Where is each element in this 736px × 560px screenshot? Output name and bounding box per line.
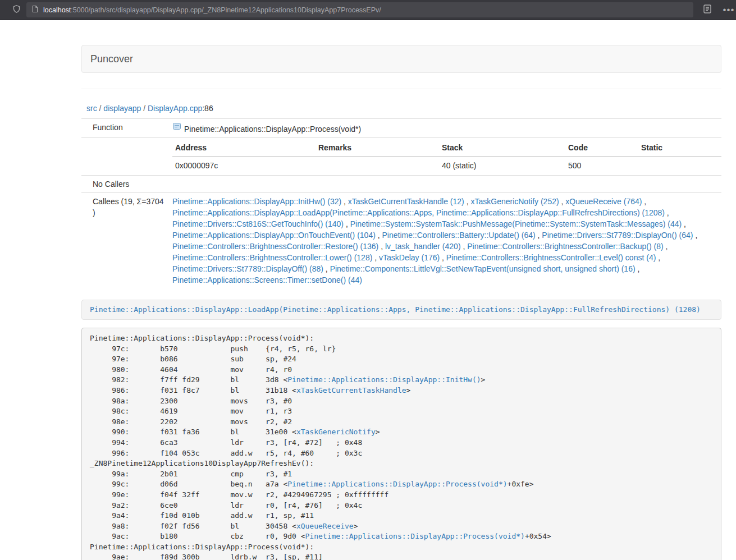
function-detail-table: Function Pinetime::Applications::Display… [81, 118, 721, 288]
stats-value-row: 0x0000097c 40 (static) 500 [172, 157, 721, 174]
stats-header-remarks: Remarks [316, 139, 439, 157]
callee-link[interactable]: Pinetime::Drivers::St7789::DisplayOff() … [172, 264, 323, 273]
stats-header-stack: Stack [439, 139, 565, 157]
disassembly: Pinetime::Applications::DisplayApp::Proc… [81, 328, 721, 560]
shield-icon [12, 4, 21, 15]
callee-link[interactable]: Pinetime::Controllers::BrightnessControl… [446, 253, 656, 262]
selected-symbol-box: Pinetime::Applications::DisplayApp::Load… [81, 300, 721, 320]
stats-header-static: Static [638, 139, 721, 157]
browser-menu-button[interactable]: ••• [720, 2, 736, 18]
stats-header-code: Code [565, 139, 638, 157]
reader-mode-icon [703, 4, 711, 15]
code-symbol-link[interactable]: xTaskGetCurrentTaskHandle [296, 386, 406, 394]
callee-link[interactable]: xTaskGetCurrentTaskHandle (12) [348, 197, 464, 206]
breadcrumb-file-link[interactable]: DisplayApp.cpp [148, 104, 202, 113]
row-label-empty [81, 138, 167, 176]
callee-link[interactable]: lv_task_handler (420) [385, 242, 461, 251]
stats-header-address: Address [172, 139, 316, 157]
url-host: localhost [43, 6, 71, 14]
meatball-menu-icon: ••• [723, 7, 735, 13]
stats-value-address: 0x0000097c [172, 157, 316, 174]
stats-value-stack: 40 (static) [439, 157, 565, 174]
navbar: Puncover [81, 45, 721, 73]
brand-link[interactable]: Puncover [82, 53, 141, 65]
breadcrumb: src / displayapp / DisplayApp.cpp:86 [81, 89, 721, 118]
stats-cell: Address Remarks Stack Code Static 0x0000… [167, 138, 721, 176]
code-symbol-link[interactable]: Pinetime::Applications::DisplayApp::Proc… [305, 532, 525, 540]
stats-header-row: Address Remarks Stack Code Static [172, 139, 721, 157]
callee-link[interactable]: Pinetime::Drivers::St7789::DisplayOn() (… [542, 231, 693, 240]
callee-link[interactable]: Pinetime::System::SystemTask::PushMessag… [350, 219, 682, 228]
code-symbol-link[interactable]: Pinetime::Applications::DisplayApp::Init… [287, 375, 481, 384]
row-label-function: Function [81, 119, 167, 138]
code-symbol-link[interactable]: xQueueReceive [296, 522, 354, 530]
table-row-stats: Address Remarks Stack Code Static 0x0000… [81, 138, 721, 176]
stats-value-remarks [316, 157, 439, 174]
url-path: :5000/path/src/displayapp/DisplayApp.cpp… [71, 6, 381, 14]
browser-chrome: localhost:5000/path/src/displayapp/Displ… [0, 0, 736, 20]
table-row-no-callers: No Callers [81, 176, 721, 193]
stats-value-static [638, 157, 721, 174]
table-row-callees: Callees (19, Σ=3704 ) Pinetime::Applicat… [81, 193, 721, 289]
callee-link[interactable]: Pinetime::Controllers::Battery::Update()… [382, 231, 536, 240]
callee-link[interactable]: Pinetime::Components::LittleVgl::SetNewT… [330, 264, 636, 273]
breadcrumb-separator: / [99, 104, 102, 113]
page-info-icon[interactable] [32, 5, 38, 15]
stats-table: Address Remarks Stack Code Static 0x0000… [172, 139, 721, 174]
breadcrumb-line-number: :86 [202, 104, 213, 113]
callee-link[interactable]: Pinetime::Controllers::BrightnessControl… [467, 242, 663, 251]
callee-link[interactable]: xTaskGenericNotify (252) [470, 197, 559, 206]
breadcrumb-separator: / [143, 104, 145, 113]
breadcrumb-src-link[interactable]: src [86, 104, 97, 113]
callee-link[interactable]: Pinetime::Controllers::BrightnessControl… [172, 253, 372, 262]
breadcrumb-displayapp-link[interactable]: displayapp [103, 104, 141, 113]
tracking-shield-button[interactable] [8, 2, 25, 18]
code-symbol-link[interactable]: Pinetime::Applications::DisplayApp::Proc… [287, 480, 507, 488]
callee-link[interactable]: Pinetime::Controllers::BrightnessControl… [172, 242, 378, 251]
callee-link[interactable]: Pinetime::Drivers::Cst816S::GetTouchInfo… [172, 219, 344, 228]
page-content: Puncover src / displayapp / DisplayApp.c… [81, 20, 721, 560]
address-bar[interactable]: localhost:5000/path/src/displayapp/Displ… [26, 2, 693, 17]
code-symbol-link[interactable]: xTaskGenericNotify [296, 428, 376, 436]
callee-link[interactable]: vTaskDelay (176) [379, 253, 440, 262]
callee-link[interactable]: Pinetime::Applications::Screens::Timer::… [172, 276, 362, 284]
selected-symbol-link[interactable]: Pinetime::Applications::DisplayApp::Load… [90, 305, 701, 314]
callee-link[interactable]: Pinetime::Applications::DisplayApp::OnTo… [172, 231, 376, 240]
callee-link[interactable]: Pinetime::Applications::DisplayApp::Load… [172, 208, 665, 217]
no-callers-cell [167, 176, 721, 193]
function-name: Pinetime::Applications::DisplayApp::Proc… [184, 125, 361, 134]
callee-link[interactable]: xQueueReceive (764) [565, 197, 642, 206]
callees-list: Pinetime::Applications::DisplayApp::Init… [167, 193, 721, 289]
callee-link[interactable]: Pinetime::Applications::DisplayApp::Init… [172, 197, 341, 206]
row-label-no-callers: No Callers [81, 176, 167, 193]
stats-value-code: 500 [565, 157, 638, 174]
function-name-cell: Pinetime::Applications::DisplayApp::Proc… [167, 119, 721, 138]
table-row-function: Function Pinetime::Applications::Display… [81, 119, 721, 138]
function-icon [172, 122, 181, 134]
row-label-callees: Callees (19, Σ=3704 ) [81, 193, 167, 289]
reader-mode-button[interactable] [699, 2, 716, 18]
